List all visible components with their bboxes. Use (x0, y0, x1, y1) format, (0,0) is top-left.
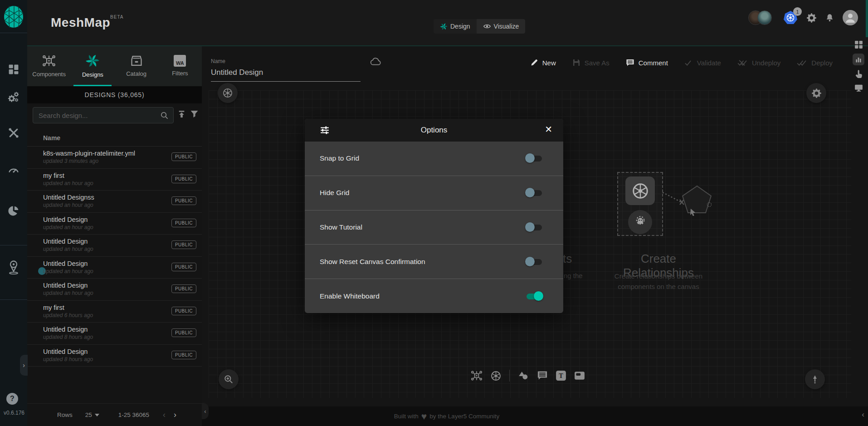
visibility-badge: PUBLIC (171, 328, 196, 337)
collapse-panel-handle[interactable]: ‹ (202, 403, 209, 419)
option-row-hide-grid: Hide Grid (305, 176, 563, 211)
design-name-field: Name (211, 58, 368, 82)
nav-meshmap-icon[interactable] (8, 260, 20, 275)
design-row[interactable]: Untitled Design updated 8 hours ago PUBL… (27, 345, 202, 367)
options-modal-header: Options ✕ (305, 119, 563, 142)
canvas-toolbar: New Save As Comment Validate (530, 55, 833, 70)
filter-funnel-icon[interactable] (190, 110, 199, 118)
options-list: Snap to Grid Hide Grid Show Tutorial Sho… (305, 142, 563, 313)
tab-design[interactable]: Design (434, 19, 477, 34)
visibility-badge: PUBLIC (171, 196, 196, 205)
layer5-logo[interactable] (3, 5, 24, 28)
tab-catalog[interactable]: Catalog (115, 45, 158, 86)
option-label: Show Tutorial (320, 223, 362, 231)
tab-designs[interactable]: Designs (71, 45, 114, 86)
design-name-input[interactable] (211, 64, 361, 82)
nav-performance-icon[interactable] (8, 164, 20, 176)
heart-icon: ♥ (421, 411, 427, 422)
shapes-tool-icon[interactable] (517, 370, 529, 382)
rows-per-page-select[interactable]: 25 (85, 411, 99, 418)
designs-panel: Components Designs Catalog WA Filters DE (27, 45, 202, 426)
visibility-badge: PUBLIC (171, 351, 196, 359)
components-tool-icon[interactable] (471, 370, 483, 382)
show-tutorial-toggle[interactable] (525, 222, 543, 232)
person-icon (843, 10, 858, 25)
design-row[interactable]: my first updated an hour ago PUBLIC (27, 169, 202, 191)
canvas-settings-button[interactable] (806, 83, 826, 103)
dock-pointer-hand-icon[interactable] (854, 69, 863, 79)
design-pinwheel-icon (440, 23, 448, 30)
comment-tool-icon[interactable] (537, 370, 548, 381)
snap-to-grid-toggle[interactable] (525, 153, 543, 163)
sync-cloud-icon[interactable] (370, 55, 381, 67)
search-input[interactable] (38, 111, 160, 120)
rows-label: Rows (57, 411, 73, 418)
canvas-source-button[interactable] (218, 83, 238, 103)
floppy-icon (572, 59, 580, 67)
design-row[interactable]: Untitled Designss updated an hour ago PU… (27, 191, 202, 213)
option-row-snap-to-grid: Snap to Grid (305, 142, 563, 176)
text-tool-icon[interactable]: T (556, 370, 566, 381)
user-avatar[interactable] (843, 10, 858, 25)
tutorial-left-title-fragment: ts (563, 252, 572, 266)
save-as-button[interactable]: Save As (572, 59, 610, 67)
expand-panel-handle[interactable]: › (20, 355, 28, 376)
collapse-right-handle[interactable]: ‹ (862, 410, 864, 419)
design-row[interactable]: Untitled Design updated an hour ago PUBL… (27, 257, 202, 279)
settings-gear-icon[interactable] (806, 13, 817, 23)
meshmap-app: ? v0.6.176 MeshMapBETA Design Visualize (0, 0, 868, 426)
design-row[interactable]: k8s-wasm-plugin-ratelimiter.yml updated … (27, 147, 202, 169)
tune-sliders-icon (320, 125, 330, 135)
tab-visualize[interactable]: Visualize (477, 19, 526, 34)
design-row[interactable]: Untitled Design updated an hour ago PUBL… (27, 279, 202, 301)
prev-page-button[interactable]: ‹ (163, 410, 166, 420)
tutorial-subtitle: Create relationships between components … (604, 271, 713, 292)
dock-monitor-icon[interactable] (854, 83, 863, 93)
publish-upload-icon[interactable] (177, 110, 186, 118)
new-button[interactable]: New (530, 59, 556, 67)
canvas-footer: ‹ Built with ♥ by the Layer5 Community ‹ (202, 406, 868, 426)
design-row[interactable]: Untitled Design updated 8 hours ago PUBL… (27, 323, 202, 345)
app-title: MeshMapBETA (51, 15, 123, 30)
collaborator-avatar[interactable] (757, 10, 772, 25)
hide-grid-toggle[interactable] (525, 188, 543, 198)
kubernetes-context[interactable]: 1 (783, 10, 798, 25)
design-row[interactable]: my first updated 6 hours ago PUBLIC (27, 301, 202, 323)
media-tool-icon[interactable] (574, 370, 585, 381)
design-row[interactable]: Untitled Design updated an hour ago PUBL… (27, 235, 202, 257)
validate-button[interactable]: Validate (684, 59, 721, 67)
visibility-badge: PUBLIC (171, 284, 196, 293)
next-page-button[interactable]: › (174, 410, 176, 420)
undeploy-cross-check-icon (737, 59, 748, 67)
whiteboard-pen-button[interactable] (805, 369, 825, 389)
rail-divider (0, 299, 27, 300)
dock-grid-icon[interactable] (854, 40, 863, 49)
kubernetes-tool-icon[interactable] (490, 370, 502, 382)
tab-filters[interactable]: WA Filters (158, 45, 202, 86)
deploy-button[interactable]: Deploy (797, 59, 833, 67)
tab-components[interactable]: Components (27, 45, 71, 86)
built-with-credit: Built with ♥ by the Layer5 Community (394, 411, 499, 422)
search-row (27, 103, 202, 129)
options-modal-title: Options (305, 126, 563, 135)
reset-canvas-confirmation-toggle[interactable] (525, 257, 543, 267)
notifications-bell-icon[interactable] (825, 13, 834, 23)
zoom-in-button[interactable] (219, 369, 239, 389)
tutorial-relationship-edge (661, 181, 717, 229)
nav-lifecycle-icon[interactable] (8, 92, 20, 103)
tutorial-components-group (617, 172, 663, 236)
designs-pinwheel-icon (85, 54, 100, 68)
close-icon[interactable]: ✕ (545, 125, 552, 134)
dock-chart-button[interactable] (853, 54, 864, 65)
comment-button[interactable]: Comment (626, 59, 668, 67)
collaborator-avatars (748, 10, 772, 25)
nav-extensions-icon[interactable] (8, 205, 20, 217)
visibility-badge: PUBLIC (171, 175, 196, 183)
help-icon[interactable]: ? (6, 393, 18, 405)
design-row[interactable]: Untitled Design updated an hour ago PUBL… (27, 213, 202, 235)
enable-whiteboard-toggle[interactable] (525, 291, 543, 301)
undeploy-button[interactable]: Undeploy (737, 59, 780, 67)
nav-dashboard-icon[interactable] (8, 64, 20, 75)
option-row-show-tutorial: Show Tutorial (305, 211, 563, 245)
nav-toolkit-icon[interactable] (8, 127, 20, 139)
